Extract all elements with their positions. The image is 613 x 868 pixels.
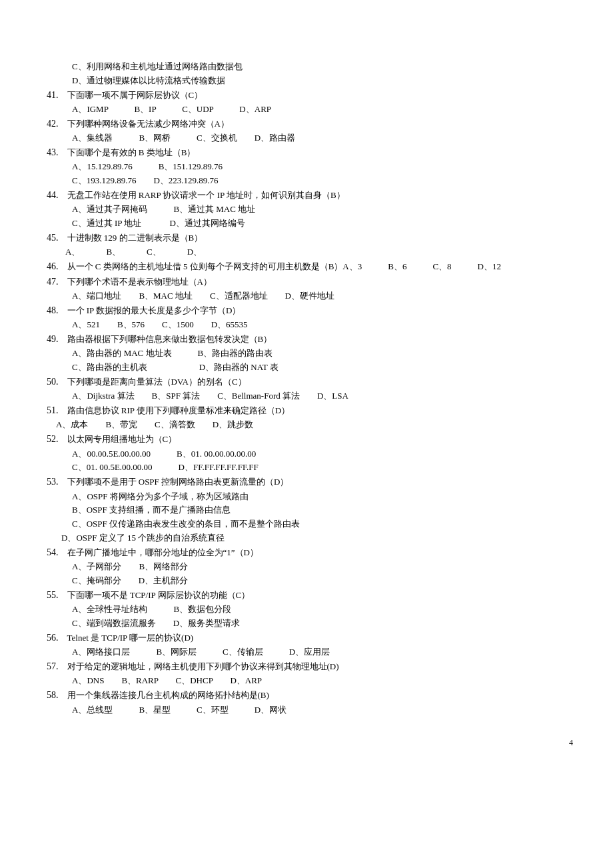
question-45-options: A、 B、 C、 D、 (47, 245, 580, 259)
qnum: 45. (47, 233, 59, 243)
question-51: 51. 路由信息协议 RIP 使用下列哪种度量标准来确定路径（D） (47, 403, 580, 418)
qnum: 49. (47, 334, 59, 344)
qnum: 52. (47, 434, 59, 444)
page-number: 4 (47, 737, 580, 749)
question-47: 47. 下列哪个术语不是表示物理地址（A） (47, 275, 580, 289)
pre-option-d: D、通过物理媒体以比特流格式传输数据 (47, 74, 580, 88)
question-53-c: C、OSPF 仅传递路由表发生改变的条目，而不是整个路由表 (47, 517, 580, 531)
question-42-options: A、集线器 B、网桥 C、交换机 D、路由器 (47, 131, 580, 145)
qtext: 下列哪项是距离向量算法（DVA）的别名（C） (67, 377, 247, 387)
qnum: 57. (47, 661, 59, 671)
qtext: Telnet 是 TCP/IP 哪一层的协议(D) (67, 633, 194, 643)
qnum: 50. (47, 377, 59, 387)
question-44-options-2: C、通过其 IP 地址 D、通过其网络编号 (47, 217, 580, 231)
qnum: 46. (47, 261, 59, 271)
question-53-d: D、OSPF 定义了 15 个跳步的自治系统直径 (47, 531, 580, 545)
qtext: 一个 IP 数据报的最大长度是多少个字节（D） (67, 305, 241, 315)
question-42: 42. 下列哪种网络设备无法减少网络冲突（A） (47, 117, 580, 131)
qtext: 路由器根据下列哪种信息来做出数据包转发决定（B） (67, 334, 273, 344)
qnum: 42. (47, 119, 59, 129)
question-53-b: B、OSPF 支持组播，而不是广播路由信息 (47, 503, 580, 517)
qnum: 55. (47, 590, 59, 600)
question-56-options: A、网络接口层 B、网际层 C、传输层 D、应用层 (47, 645, 580, 659)
qtext: 下列哪个术语不是表示物理地址（A） (67, 277, 212, 287)
qtext: 十进制数 129 的二进制表示是（B） (67, 233, 203, 243)
question-51-options: A、成本 B、带宽 C、滴答数 D、跳步数 (47, 418, 580, 432)
question-58-options: A、总线型 B、星型 C、环型 D、网状 (47, 703, 580, 717)
question-52: 52. 以太网专用组播地址为（C） (47, 432, 580, 447)
qtext: 下面哪一项不是 TCP/IP 网际层协议的功能（C） (67, 590, 251, 600)
question-52-options-1: A、00.00.5E.00.00.00 B、01. 00.00.00.00.00 (47, 447, 580, 461)
question-54-options-2: C、掩码部分 D、主机部分 (47, 574, 580, 588)
question-53: 53. 下列哪项不是用于 OSPF 控制网络路由表更新流量的（D） (47, 475, 580, 489)
question-44: 44. 无盘工作站在使用 RARP 协议请求一个 IP 地址时，如何识别其自身（… (47, 188, 580, 203)
qtext: 下面哪个是有效的 B 类地址（B） (67, 147, 196, 157)
qnum: 44. (47, 190, 59, 200)
qtext: 在子网广播地址中，哪部分地址的位全为“1”（D） (67, 547, 259, 557)
qtext: 路由信息协议 RIP 使用下列哪种度量标准来确定路径（D） (67, 405, 291, 415)
qtext: 用一个集线器连接几台主机构成的网络拓扑结构是(B) (67, 690, 269, 700)
qtext: 下列哪种网络设备无法减少网络冲突（A） (67, 119, 229, 129)
question-57: 57. 对于给定的逻辑地址，网络主机使用下列哪个协议来得到其物理地址(D) (47, 659, 580, 674)
qnum: 47. (47, 277, 59, 287)
qtext: 从一个 C 类网络的主机地址借 5 位则每个子网支持的可用主机数是（B）A、3 … (67, 261, 501, 271)
question-43: 43. 下面哪个是有效的 B 类地址（B） (47, 145, 580, 160)
qnum: 48. (47, 305, 59, 315)
question-49-options-1: A、路由器的 MAC 地址表 B、路由器的路由表 (47, 347, 580, 361)
qnum: 56. (47, 633, 59, 643)
question-49: 49. 路由器根据下列哪种信息来做出数据包转发决定（B） (47, 332, 580, 347)
question-54: 54. 在子网广播地址中，哪部分地址的位全为“1”（D） (47, 545, 580, 560)
question-41-options: A、IGMP B、IP C、UDP D、ARP (47, 103, 580, 117)
question-56: 56. Telnet 是 TCP/IP 哪一层的协议(D) (47, 631, 580, 645)
question-55-options-2: C、端到端数据流服务 D、服务类型请求 (47, 617, 580, 631)
question-48: 48. 一个 IP 数据报的最大长度是多少个字节（D） (47, 303, 580, 318)
qnum: 51. (47, 405, 59, 415)
question-57-options: A、DNS B、RARP C、DHCP D、ARP (47, 674, 580, 688)
question-41: 41. 下面哪一项不属于网际层协议（C） (47, 88, 580, 103)
qnum: 43. (47, 147, 59, 157)
question-47-options: A、端口地址 B、MAC 地址 C、适配器地址 D、硬件地址 (47, 289, 580, 303)
qtext: 以太网专用组播地址为（C） (67, 434, 177, 444)
pre-option-c: C、利用网络和主机地址通过网络路由数据包 (47, 60, 580, 74)
question-50: 50. 下列哪项是距离向量算法（DVA）的别名（C） (47, 375, 580, 389)
question-45: 45. 十进制数 129 的二进制表示是（B） (47, 231, 580, 245)
question-46: 46. 从一个 C 类网络的主机地址借 5 位则每个子网支持的可用主机数是（B）… (47, 259, 580, 274)
qtext: 下列哪项不是用于 OSPF 控制网络路由表更新流量的（D） (67, 477, 289, 487)
qtext: 下面哪一项不属于网际层协议（C） (67, 90, 203, 100)
question-53-a: A、OSPF 将网络分为多个子域，称为区域路由 (47, 490, 580, 504)
qnum: 53. (47, 477, 59, 487)
question-55-options-1: A、全球性寻址结构 B、数据包分段 (47, 603, 580, 617)
question-43-options-1: A、15.129.89.76 B、151.129.89.76 (47, 160, 580, 174)
question-49-options-2: C、路由器的主机表 D、路由器的 NAT 表 (47, 361, 580, 375)
qnum: 58. (47, 690, 59, 700)
question-44-options-1: A、通过其子网掩码 B、通过其 MAC 地址 (47, 203, 580, 217)
question-54-options-1: A、子网部分 B、网络部分 (47, 560, 580, 574)
question-52-options-2: C、01. 00.5E.00.00.00 D、FF.FF.FF.FF.FF.FF (47, 461, 580, 475)
qtext: 对于给定的逻辑地址，网络主机使用下列哪个协议来得到其物理地址(D) (67, 661, 339, 671)
qnum: 41. (47, 90, 59, 100)
qtext: 无盘工作站在使用 RARP 协议请求一个 IP 地址时，如何识别其自身（B） (67, 190, 345, 200)
question-58: 58. 用一个集线器连接几台主机构成的网络拓扑结构是(B) (47, 688, 580, 703)
qnum: 54. (47, 547, 59, 557)
question-50-options: A、Dijkstra 算法 B、SPF 算法 C、Bellman-Ford 算法… (47, 389, 580, 403)
question-55: 55. 下面哪一项不是 TCP/IP 网际层协议的功能（C） (47, 588, 580, 603)
question-48-options: A、521 B、576 C、1500 D、65535 (47, 318, 580, 332)
question-43-options-2: C、193.129.89.76 D、223.129.89.76 (47, 174, 580, 188)
